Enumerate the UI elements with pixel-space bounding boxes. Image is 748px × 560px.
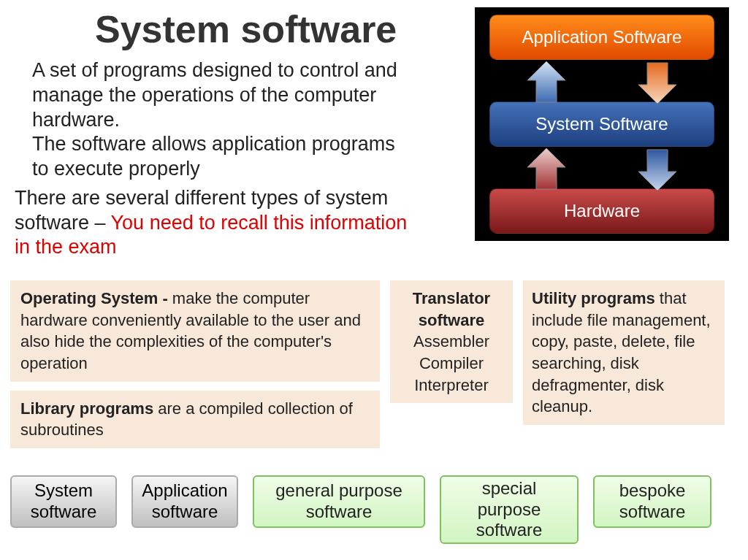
btn-bespoke[interactable]: bespoke software <box>593 475 711 528</box>
btn-general-purpose[interactable]: general purpose software <box>253 475 425 528</box>
util-bold: Utility programs <box>532 289 660 307</box>
info-cards: Operating System - make the computer har… <box>10 280 738 448</box>
card-operating-system: Operating System - make the computer har… <box>10 280 380 382</box>
diagram-sys-box: System Software <box>489 101 714 147</box>
arrow-up-icon <box>523 60 570 105</box>
card-utility: Utility programs that include file manag… <box>523 280 725 425</box>
arrow-down-icon <box>634 60 681 105</box>
intro-p2: The software allows application programs… <box>32 133 395 180</box>
card-translator: Translator software Assembler Compiler I… <box>390 280 513 403</box>
util-rest: that include file management, copy, past… <box>532 289 711 415</box>
arrow-up-icon <box>523 147 570 192</box>
btn-application-software[interactable]: Application software <box>131 475 238 528</box>
os-bold: Operating System - <box>20 289 172 307</box>
button-row: System software Application software gen… <box>10 475 738 544</box>
diagram-app-box: Application Software <box>489 15 714 60</box>
lib-bold: Library programs <box>20 399 158 418</box>
intro-text: A set of programs designed to control an… <box>0 58 409 182</box>
card-library-programs: Library programs are a compiled collecti… <box>10 391 380 448</box>
translator-line: Compiler <box>396 353 507 375</box>
translator-line: Assembler <box>396 331 507 353</box>
diagram-arrows-bottom <box>489 147 714 189</box>
btn-special-purpose[interactable]: special purpose software <box>440 475 579 544</box>
intro-p1: A set of programs designed to control an… <box>32 59 397 131</box>
translator-title: Translator software <box>396 288 507 331</box>
btn-system-software[interactable]: System software <box>10 475 117 528</box>
diagram-hw-box: Hardware <box>489 188 714 234</box>
diagram-arrows-top <box>489 60 714 102</box>
translator-line: Interpreter <box>396 375 507 396</box>
layer-diagram: Application Software System Software Har… <box>475 7 729 241</box>
arrow-down-icon <box>634 147 681 192</box>
types-text: There are several different types of sys… <box>0 182 409 260</box>
